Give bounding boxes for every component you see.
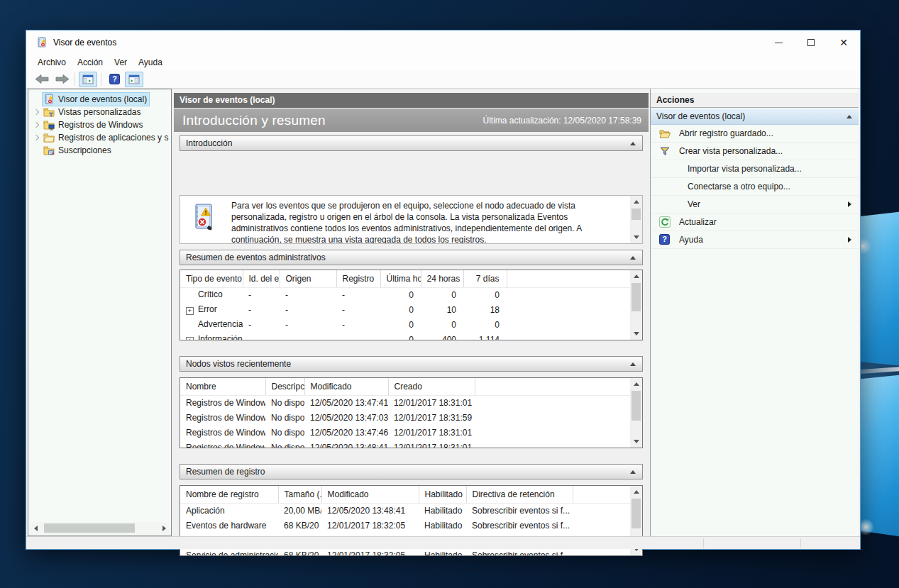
table-row[interactable]: Registros de Windows\In...No dispo...12/… bbox=[180, 410, 631, 425]
chevron-right-icon[interactable] bbox=[33, 109, 39, 115]
action-ver[interactable]: Ver bbox=[651, 196, 859, 213]
table-row[interactable]: Registros de Windows\A...No dispo...12/0… bbox=[180, 440, 631, 448]
table-row[interactable]: Aplicación20,00 MB/...12/05/2020 13:48:4… bbox=[180, 503, 631, 518]
column-header[interactable]: Modificado bbox=[321, 486, 419, 503]
admin-summary-scrollbar[interactable] bbox=[630, 270, 642, 340]
column-header[interactable]: Tipo de evento bbox=[180, 270, 243, 287]
show-action-pane-icon[interactable] bbox=[125, 72, 143, 87]
column-header[interactable]: Última hora bbox=[380, 270, 421, 287]
section-header-resumen-administrativos[interactable]: Resumen de eventos administrativos bbox=[180, 250, 643, 265]
action-crear-vista-personalizada[interactable]: Crear vista personalizada... bbox=[651, 143, 859, 160]
maximize-button[interactable] bbox=[795, 30, 827, 55]
show-console-tree-icon[interactable] bbox=[79, 72, 97, 87]
scroll-up-button[interactable] bbox=[630, 196, 642, 208]
action-ayuda[interactable]: ? Ayuda bbox=[651, 231, 859, 249]
admin-summary-table: Tipo de eventoId. del e...OrigenRegistro… bbox=[180, 270, 643, 340]
intro-scrollbar[interactable] bbox=[630, 196, 642, 243]
tree-item-registros-de-aplicaciones[interactable]: Registros de aplicaciones y s bbox=[28, 131, 171, 144]
tree-item-label: Vistas personalizadas bbox=[58, 107, 141, 117]
section-header-nodos-recientes[interactable]: Nodos vistos recientemente bbox=[180, 356, 643, 372]
column-header[interactable] bbox=[573, 486, 631, 503]
action-conectarse-a-otro-equipo[interactable]: Conectarse a otro equipo... bbox=[651, 178, 859, 196]
action-importar-vista-personalizada[interactable]: Importar vista personalizada... bbox=[651, 160, 859, 178]
table-cell: 18 bbox=[463, 302, 507, 317]
column-header[interactable]: Modificado bbox=[304, 378, 388, 395]
column-header[interactable]: Nombre de registro bbox=[180, 486, 278, 503]
column-header[interactable]: Descripción bbox=[265, 378, 304, 395]
column-header[interactable]: Tamaño (... bbox=[278, 486, 321, 503]
scroll-up-button[interactable] bbox=[630, 270, 642, 282]
column-header[interactable]: Creado bbox=[388, 378, 475, 395]
tree-horizontal-scrollbar[interactable] bbox=[30, 522, 170, 534]
chevron-right-icon[interactable] bbox=[33, 122, 39, 128]
menu-ver[interactable]: Ver bbox=[109, 56, 133, 69]
collapse-icon[interactable] bbox=[630, 362, 636, 366]
section-header-introduccion[interactable]: Introducción bbox=[180, 135, 643, 151]
close-button[interactable]: ✕ bbox=[827, 30, 860, 55]
tree-selection[interactable]: Visor de eventos (local) bbox=[43, 93, 149, 106]
scroll-down-button[interactable] bbox=[630, 436, 642, 448]
scrollbar-thumb[interactable] bbox=[631, 391, 641, 421]
actions-group-header[interactable]: Visor de eventos (local) bbox=[651, 109, 859, 125]
section-title: Nodos vistos recientemente bbox=[186, 359, 291, 369]
scroll-up-button[interactable] bbox=[630, 486, 642, 498]
column-header[interactable]: Registro bbox=[336, 270, 380, 287]
table-cell: 1.114 bbox=[463, 332, 507, 340]
column-header[interactable] bbox=[475, 378, 631, 395]
table-row[interactable]: Eventos de hardware68 KB/20 ...12/01/201… bbox=[180, 518, 631, 533]
forward-arrow-icon[interactable] bbox=[53, 72, 71, 87]
table-row[interactable]: +Error---01018 bbox=[180, 302, 631, 317]
column-header[interactable] bbox=[507, 270, 631, 287]
action-abrir-registro-guardado[interactable]: Abrir registro guardado... bbox=[651, 125, 859, 143]
table-cell: Habilitado bbox=[419, 518, 466, 533]
tree-item-registros-de-windows[interactable]: Registros de Windows bbox=[28, 118, 171, 131]
minimize-button[interactable] bbox=[762, 30, 795, 55]
column-header[interactable]: Origen bbox=[280, 270, 336, 287]
section-header-resumen-registro[interactable]: Resumen de registro bbox=[180, 464, 643, 479]
collapse-icon[interactable] bbox=[630, 142, 636, 145]
menu-archivo[interactable]: Archivo bbox=[32, 56, 72, 69]
table-row[interactable]: +Crítico---000 bbox=[180, 287, 631, 302]
title-bar[interactable]: Visor de eventos ✕ bbox=[26, 30, 860, 55]
menu-accion[interactable]: Acción bbox=[72, 56, 109, 69]
recent-nodes-scrollbar[interactable] bbox=[630, 378, 642, 448]
table-row[interactable]: Registros de Windows\Si...No dispo...12/… bbox=[180, 395, 631, 410]
column-header[interactable]: Id. del e... bbox=[243, 270, 280, 287]
column-header[interactable]: Nombre bbox=[180, 378, 265, 395]
scroll-right-button[interactable] bbox=[158, 522, 170, 534]
table-cell bbox=[475, 395, 631, 410]
action-actualizar[interactable]: Actualizar bbox=[651, 213, 859, 231]
scroll-down-button[interactable] bbox=[630, 231, 642, 243]
scrollbar-thumb[interactable] bbox=[631, 499, 641, 528]
table-row[interactable]: +Información---04001.114 bbox=[180, 332, 631, 340]
scrollbar-track[interactable] bbox=[41, 522, 158, 534]
scrollbar-thumb[interactable] bbox=[44, 523, 135, 533]
scroll-up-button[interactable] bbox=[630, 378, 642, 390]
scroll-down-button[interactable] bbox=[630, 328, 642, 340]
column-header[interactable]: 24 horas bbox=[421, 270, 463, 287]
table-row[interactable]: Registros de Windows\Se...No dispo...12/… bbox=[180, 425, 631, 440]
menu-ayuda[interactable]: Ayuda bbox=[133, 56, 168, 69]
chevron-right-icon[interactable] bbox=[33, 135, 39, 140]
scroll-left-button[interactable] bbox=[30, 522, 41, 534]
table-cell: 12/05/2020 13:47:46 bbox=[304, 425, 388, 440]
scrollbar-thumb[interactable] bbox=[631, 283, 641, 311]
column-header[interactable]: 7 días bbox=[463, 270, 507, 287]
help-icon[interactable]: ? bbox=[105, 72, 123, 87]
tree-item-suscripciones[interactable]: Suscripciones bbox=[28, 144, 171, 157]
expand-icon[interactable]: + bbox=[186, 337, 194, 340]
collapse-icon[interactable] bbox=[630, 470, 636, 474]
collapse-icon[interactable] bbox=[846, 115, 852, 118]
expand-icon[interactable]: + bbox=[186, 307, 194, 315]
column-header[interactable]: Directiva de retención bbox=[466, 486, 573, 503]
column-header[interactable]: Habilitado bbox=[419, 486, 466, 503]
back-arrow-icon[interactable] bbox=[33, 72, 51, 87]
scrollbar-thumb[interactable] bbox=[631, 209, 641, 220]
table-cell: 20,00 MB/... bbox=[278, 503, 321, 518]
event-viewer-window: Visor de eventos ✕ Archivo Acción Ver Ay… bbox=[26, 30, 861, 550]
tree-item-visor-de-eventos[interactable]: Visor de eventos (local) bbox=[28, 93, 171, 106]
submenu-arrow-icon bbox=[848, 237, 851, 243]
table-row[interactable]: +Advertencia---000 bbox=[180, 317, 631, 332]
collapse-icon[interactable] bbox=[630, 256, 636, 260]
tree-item-vistas-personalizadas[interactable]: Vistas personalizadas bbox=[28, 106, 171, 118]
